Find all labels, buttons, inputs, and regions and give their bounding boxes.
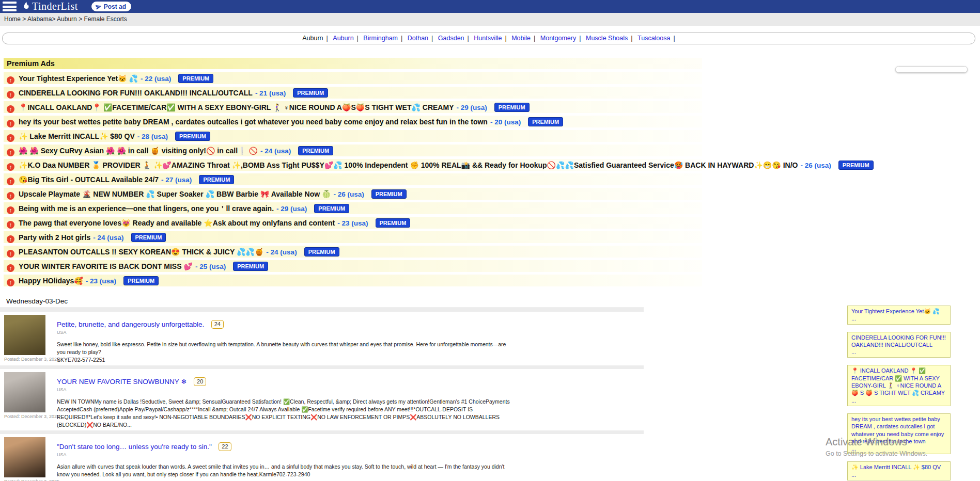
hamburger-menu-icon[interactable] [3, 2, 17, 11]
listing-card[interactable]: Posted: December 3, 2025 YOUR NEW FAVORI… [0, 369, 644, 430]
listing-thumbnail[interactable] [4, 372, 45, 412]
up-arrow-icon: ↑ [7, 76, 14, 84]
premium-ad-title-link[interactable]: ✨K.O Daa NUMBER 🏅 PROVIDER 🧎 ✨💕AMAZING T… [19, 161, 798, 169]
premium-ad-title-link[interactable]: Upscale Playmate 🌋 NEW NUMBER 💦 Super So… [19, 190, 331, 198]
breadcrumb-link[interactable]: Female Escorts [84, 15, 127, 23]
age-location-meta: - 28 (usa) [137, 133, 168, 140]
sidebar-ad-box[interactable]: Your Tightest Experience Yet🐱 💦 ... [847, 306, 951, 325]
sidebar-ad-box[interactable]: ✨ Lake Merritt INCALL ✨ $80 QV ... [847, 461, 951, 480]
breadcrumb-separator: > [52, 15, 55, 23]
age-badge: 20 [194, 377, 206, 386]
listing-title-link[interactable]: "Don't stare too long… unless you're rea… [57, 443, 212, 451]
brand-logo[interactable]: TinderList [22, 1, 78, 12]
premium-ad-row[interactable]: ↑✨K.O Daa NUMBER 🏅 PROVIDER 🧎 ✨💕AMAZING … [4, 159, 702, 171]
age-location-meta: - 24 (usa) [266, 248, 297, 256]
premium-badge: PREMIUM [304, 247, 339, 256]
premium-ad-row[interactable]: ↑CINDERELLA LOOKING FOR FUN!!! OAKLAND!!… [4, 87, 702, 99]
listing-title-row: "Don't stare too long… unless you're rea… [57, 442, 511, 451]
premium-ad-title-link[interactable]: The pawg that everyone loves😻 Ready and … [19, 219, 335, 227]
premium-ad-title-link[interactable]: PLEASANTON OUTCALLS !! SEXY KOREAN😍 THIC… [19, 248, 263, 256]
listing-title-link[interactable]: YOUR NEW FAVORITE SNOWBUNNY ❄ [57, 378, 187, 386]
premium-badge: PREMIUM [838, 161, 874, 170]
listings-list: Posted: December 3, 2025 Petite, brunett… [0, 312, 644, 481]
premium-ad-title-link[interactable]: CINDERELLA LOOKING FOR FUN!!! OAKLAND!!!… [19, 89, 253, 97]
sidebar-ad-more-link[interactable]: ... [851, 472, 856, 478]
premium-ad-title-link[interactable]: 😘Big Tits Girl - OUTCALL Available 24/7 [19, 175, 159, 184]
premium-badge: PREMIUM [376, 218, 411, 228]
sidebar-ad-box[interactable]: hey its your best wettes petite baby DRE… [847, 413, 951, 454]
premium-ad-row[interactable]: ↑Your Tightest Experience Yet🐱 💦- 22 (us… [4, 72, 702, 84]
city-link[interactable]: Huntsville [474, 35, 502, 42]
city-link[interactable]: Dothan [408, 35, 428, 42]
breadcrumb-link[interactable]: Auburn [57, 15, 77, 23]
sidebar-ad-more-link[interactable]: ... [851, 397, 856, 404]
breadcrumb-link[interactable]: Alabama [27, 15, 52, 23]
premium-ad-title-link[interactable]: YOUR WINTER FAVORITE IS BACK DONT MISS 💕 [19, 262, 193, 270]
premium-ad-title-link[interactable]: Happy HOlidays🥰 [19, 277, 83, 285]
premium-ads-list: ↑Your Tightest Experience Yet🐱 💦- 22 (us… [4, 72, 702, 286]
breadcrumb-separator: > [77, 15, 82, 23]
premium-ad-title-link[interactable]: Your Tightest Experience Yet🐱 💦 [19, 74, 138, 83]
up-arrow-icon: ↑ [7, 250, 14, 258]
premium-ad-row[interactable]: ↑PLEASANTON OUTCALLS !! SEXY KOREAN😍 THI… [4, 246, 702, 258]
listing-thumbnail[interactable] [4, 437, 45, 477]
city-link[interactable]: Gadsden [438, 35, 464, 42]
premium-ad-title-link[interactable]: hey its your best wettes petite baby DRE… [19, 118, 488, 126]
listings-section: Wednesday-03-Dec Posted: December 3, 202… [0, 294, 644, 481]
premium-ad-title-link[interactable]: Party with 2 Hot girls [19, 233, 90, 242]
listing-thumbnail[interactable] [4, 315, 45, 355]
age-location-meta: - 22 (usa) [141, 75, 171, 83]
listing-title-link[interactable]: Petite, brunette, and dangerously unforg… [57, 320, 204, 328]
sidebar-ad-link[interactable]: 📍 INCALL OAKLAND 📍 ✅ FACETIME/CAR ✅ WITH… [851, 367, 946, 396]
sidebar-ad-link[interactable]: hey its your best wettes petite baby DRE… [851, 415, 946, 445]
premium-ad-row[interactable]: ↑The pawg that everyone loves😻 Ready and… [4, 217, 702, 229]
sidebar-ad-more-link[interactable]: ... [851, 315, 856, 322]
sidebar-ad-more-link[interactable]: ... [851, 445, 856, 452]
premium-ad-row[interactable]: ↑Being with me is an experience—one that… [4, 202, 702, 214]
city-separator: | [631, 35, 632, 42]
city-link[interactable]: Auburn [333, 35, 353, 42]
listing-card[interactable]: Posted: December 3, 2025 "Don't stare to… [0, 434, 644, 481]
premium-badge: PREMIUM [233, 262, 268, 271]
listing-posted-date: Posted: December 3, 2025 [4, 357, 49, 362]
date-header: Wednesday-03-Dec [0, 294, 644, 308]
premium-ad-row[interactable]: ↑Upscale Playmate 🌋 NEW NUMBER 💦 Super S… [4, 188, 702, 200]
city-link[interactable]: Tuscaloosa [637, 35, 670, 42]
floating-scrollbar-thumb[interactable] [895, 66, 968, 73]
site-title: TinderList [32, 1, 78, 12]
age-location-meta: - 21 (usa) [255, 89, 286, 97]
premium-ad-row[interactable]: ↑🌺 🌺 Sexy CuRvy Asian 🌺 🌺 in call 🍯 visi… [4, 145, 702, 156]
sidebar-ad-link[interactable]: CINDERELLA LOOKING FOR FUN!!! OAKLAND!!!… [851, 334, 946, 349]
premium-ad-title-link[interactable]: Being with me is an experience—one that … [19, 204, 274, 213]
city-link[interactable]: Montgomery [540, 35, 576, 42]
sidebar-ad-box[interactable]: 📍 INCALL OAKLAND 📍 ✅ FACETIME/CAR ✅ WITH… [847, 365, 951, 406]
premium-ad-row[interactable]: ↑Party with 2 Hot girls- 24 (usa)PREMIUM [4, 231, 702, 243]
listing-card[interactable]: Posted: December 3, 2025 Petite, brunett… [0, 312, 644, 365]
premium-ad-title-link[interactable]: 📍INCALL OAKLAND📍 ✅FACETIME/CAR✅ WITH A S… [19, 103, 454, 111]
sidebar-ad-box[interactable]: CINDERELLA LOOKING FOR FUN!!! OAKLAND!!!… [847, 332, 951, 358]
premium-ad-title-link[interactable]: ✨ Lake Merritt INCALL✨ $80 QV [19, 132, 135, 140]
sidebar-ad-link[interactable]: ✨ Lake Merritt INCALL ✨ $80 QV [851, 463, 946, 471]
listing-separator [0, 365, 644, 369]
premium-ad-row[interactable]: ↑📍INCALL OAKLAND📍 ✅FACETIME/CAR✅ WITH A … [4, 101, 702, 113]
listing-posted-date: Posted: December 3, 2025 [4, 479, 49, 481]
post-ad-button[interactable]: Post ad [91, 2, 131, 11]
sidebar-ad-more-link[interactable]: ... [851, 349, 856, 355]
age-location-meta: - 25 (usa) [195, 263, 226, 270]
city-link[interactable]: Birmingham [363, 35, 398, 42]
premium-ad-row[interactable]: ↑✨ Lake Merritt INCALL✨ $80 QV- 28 (usa)… [4, 130, 702, 142]
premium-ad-title-link[interactable]: 🌺 🌺 Sexy CuRvy Asian 🌺 🌺 in call 🍯 visit… [19, 147, 258, 155]
breadcrumb-link[interactable]: Home [4, 15, 21, 23]
premium-ad-row[interactable]: ↑Happy HOlidays🥰- 23 (usa)PREMIUM [4, 275, 702, 286]
city-link[interactable]: Mobile [511, 35, 531, 42]
premium-ads-section: Premium Ads ↑Your Tightest Experience Ye… [4, 58, 702, 289]
premium-ad-row[interactable]: ↑YOUR WINTER FAVORITE IS BACK DONT MISS … [4, 260, 702, 272]
sidebar-ad-link[interactable]: Your Tightest Experience Yet🐱 💦 [851, 308, 946, 315]
premium-ad-row[interactable]: ↑hey its your best wettes petite baby DR… [4, 116, 702, 127]
city-link[interactable]: Muscle Shoals [586, 35, 628, 42]
listing-description: Asian allure with curves that speak loud… [57, 463, 511, 478]
app-header: TinderList Post ad [0, 0, 980, 13]
age-location-meta: - 23 (usa) [86, 277, 116, 285]
premium-badge: PREMIUM [123, 276, 159, 285]
premium-ad-row[interactable]: ↑😘Big Tits Girl - OUTCALL Available 24/7… [4, 173, 702, 185]
